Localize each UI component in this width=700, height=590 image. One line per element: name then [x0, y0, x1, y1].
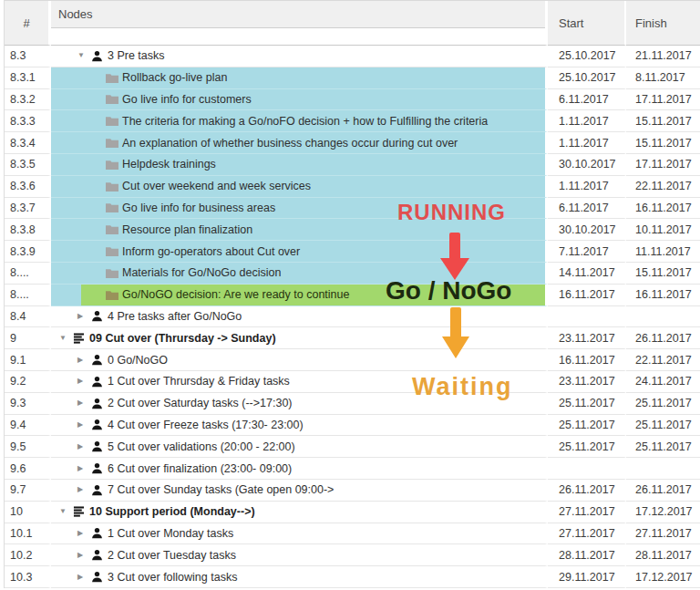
- row-number: 9: [5, 327, 51, 349]
- finish-date: 22.11.2017: [626, 349, 700, 371]
- column-header-nodes[interactable]: Nodes: [51, 1, 548, 46]
- column-header-start[interactable]: Start: [548, 1, 626, 46]
- table-row: 8.3.4 An explanation of whether business…: [5, 132, 700, 154]
- start-date: 25.11.2017: [548, 393, 626, 415]
- node-cell[interactable]: ▶ 4 Cut over Freeze tasks (17:30- 23:00): [51, 415, 548, 437]
- table-row: 8.3.6 Cut over weekend and week services…: [5, 176, 700, 198]
- start-date: 6.11.2017: [548, 89, 626, 111]
- folder-icon: [106, 290, 121, 300]
- node-cell[interactable]: The criteria for making a Go/noFO decisi…: [51, 110, 548, 132]
- row-number: 9.6: [5, 458, 51, 480]
- finish-date: 27.11.2017: [626, 523, 700, 545]
- finish-date: 28.11.2017: [626, 544, 700, 566]
- expander-icon[interactable]: ▼: [59, 508, 73, 515]
- table-row: 9.1 ▶ 0 Go/NoGO 16.11.2017 22.11.2017: [5, 349, 700, 371]
- expander-icon[interactable]: ▶: [77, 443, 91, 450]
- node-cell[interactable]: ▶ 5 Cut over validations (20:00 - 22:00): [51, 436, 548, 458]
- row-number: 9.4: [5, 415, 51, 437]
- row-number: 8....: [5, 263, 51, 285]
- node-label: 1 Cut over Monday tasks: [108, 527, 233, 540]
- finish-date: 8.11.2017: [626, 67, 700, 89]
- row-number: 9.3: [5, 393, 51, 415]
- expander-icon[interactable]: ▼: [59, 335, 73, 342]
- expander-icon[interactable]: ▶: [77, 574, 91, 581]
- node-cell[interactable]: ▶ 0 Go/NoGO: [51, 349, 548, 371]
- node-cell[interactable]: Rollback go-live plan: [51, 67, 548, 89]
- node-cell[interactable]: Inform go-operators about Cut over: [51, 241, 548, 263]
- node-cell[interactable]: ▼ 3 Pre tasks: [51, 46, 548, 67]
- expander-icon[interactable]: ▶: [77, 357, 91, 364]
- node-label: 7 Cut over Sunday tasks (Gate open 09:00…: [108, 483, 334, 496]
- person-icon: [91, 527, 107, 539]
- table-row: 9.4 ▶ 4 Cut over Freeze tasks (17:30- 23…: [5, 415, 700, 437]
- node-cell[interactable]: ▶ 7 Cut over Sunday tasks (Gate open 09:…: [51, 480, 548, 502]
- column-header-number[interactable]: #: [5, 1, 51, 46]
- node-label: 09 Cut over (Thrursday -> Sunday): [89, 332, 276, 345]
- folder-icon: [106, 246, 121, 256]
- expander-icon[interactable]: ▶: [77, 313, 91, 320]
- table-row: 8.3.9 Inform go-operators about Cut over…: [5, 241, 700, 263]
- table-row: 8.... Materials for Go/NoGo decision 14.…: [5, 263, 700, 285]
- finish-date: 24.11.2017: [626, 371, 700, 393]
- list-icon: [73, 506, 88, 517]
- finish-date: 17.12.2017: [626, 502, 700, 523]
- table-body: 8.3 ▼ 3 Pre tasks 25.10.2017 21.11.2017 …: [5, 46, 700, 588]
- node-label: The criteria for making a Go/noFO decisi…: [122, 115, 488, 128]
- expander-icon[interactable]: ▶: [77, 378, 91, 385]
- finish-date: 16.11.2017: [626, 285, 700, 306]
- table-row: 8.3.2 Go live info for customers 6.11.20…: [5, 89, 700, 111]
- finish-date: 17.11.2017: [626, 154, 700, 176]
- start-date: 25.10.2017: [548, 67, 626, 89]
- node-label: 5 Cut over validations (20:00 - 22:00): [108, 440, 295, 453]
- person-icon: [91, 571, 107, 583]
- expander-icon[interactable]: ▶: [77, 552, 91, 559]
- expander-icon[interactable]: ▶: [77, 486, 91, 493]
- finish-date: 22.11.2017: [626, 176, 700, 198]
- node-cell[interactable]: Helpdesk trainings: [51, 154, 548, 176]
- table-row: 8.3.3 The criteria for making a Go/noFO …: [5, 110, 700, 132]
- node-cell[interactable]: ▶ 6 Cut over finalization (23:00- 09:00): [51, 458, 548, 480]
- table-row: 8.3.1 Rollback go-live plan 25.10.2017 8…: [5, 67, 700, 89]
- table-row: 10.1 ▶ 1 Cut over Monday tasks 27.11.201…: [5, 523, 700, 545]
- expander-icon[interactable]: ▶: [77, 399, 91, 407]
- folder-icon: [106, 268, 121, 278]
- node-cell[interactable]: ▶ 2 Cut over Tuesday tasks: [51, 544, 548, 566]
- expander-icon[interactable]: ▶: [77, 530, 91, 537]
- row-number: 9.1: [5, 349, 51, 371]
- start-date: 25.11.2017: [548, 415, 626, 437]
- finish-date: 25.11.2017: [626, 415, 700, 437]
- table-row: 9.5 ▶ 5 Cut over validations (20:00 - 22…: [5, 436, 700, 458]
- nodes-header-label[interactable]: Nodes: [51, 1, 545, 28]
- node-cell[interactable]: Cut over weekend and week services: [51, 176, 548, 198]
- start-date: 6.11.2017: [548, 198, 626, 220]
- start-date: [548, 458, 626, 480]
- row-number: 10: [5, 502, 51, 523]
- node-cell[interactable]: ▶ 3 Cut over following tasks: [51, 566, 548, 588]
- node-cell[interactable]: An explanation of whether business chang…: [51, 132, 548, 154]
- start-date: 30.10.2017: [548, 154, 626, 176]
- start-date: 1.11.2017: [548, 176, 626, 198]
- row-number: 10.3: [5, 566, 51, 588]
- node-label: 3 Cut over following tasks: [108, 571, 237, 584]
- person-icon: [91, 462, 107, 474]
- node-label: Resource plan finalization: [122, 223, 252, 236]
- waiting-arrow-icon: [442, 307, 469, 358]
- folder-icon: [106, 94, 121, 104]
- node-cell[interactable]: ▶ 4 Pre tasks after Go/NoGo: [51, 306, 548, 328]
- expander-icon[interactable]: ▼: [77, 52, 91, 59]
- node-cell[interactable]: ▼ 10 Support period (Monday-->): [51, 502, 548, 523]
- expander-icon[interactable]: ▶: [77, 465, 91, 472]
- column-header-finish[interactable]: Finish: [626, 1, 700, 46]
- node-cell[interactable]: ▼ 09 Cut over (Thrursday -> Sunday): [51, 327, 548, 349]
- expander-icon[interactable]: ▶: [77, 421, 91, 429]
- finish-date: 21.11.2017: [626, 46, 700, 67]
- gonogo-annotation: Go / NoGo: [386, 276, 511, 305]
- node-cell[interactable]: ▶ 1 Cut over Monday tasks: [51, 523, 548, 545]
- node-cell[interactable]: Go live info for customers: [51, 89, 548, 111]
- person-icon: [91, 310, 107, 322]
- folder-icon: [106, 202, 121, 212]
- finish-date: [626, 458, 700, 480]
- nodes-filter-row[interactable]: [51, 28, 545, 45]
- node-label: Cut over weekend and week services: [122, 180, 311, 192]
- table-row: 10 ▼ 10 Support period (Monday-->) 27.11…: [5, 502, 700, 523]
